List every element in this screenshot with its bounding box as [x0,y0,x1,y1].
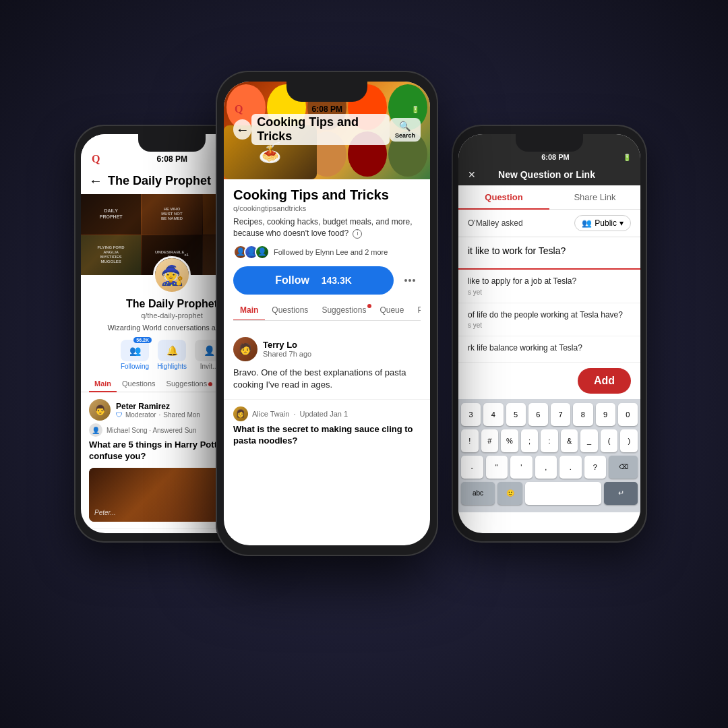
key-perc[interactable]: % [501,429,518,452]
tab-questions-left[interactable]: Questions [117,375,161,392]
follower-avatars: 👤 👤 👤 [233,245,270,260]
key-8[interactable]: 8 [573,403,593,426]
search-button-center[interactable]: 🔍 Search [390,118,421,142]
key-colon[interactable]: : [541,429,558,452]
alice-question[interactable]: What is the secret to making sauce cling… [233,424,421,447]
key-3[interactable]: 3 [461,403,481,426]
question-input[interactable]: it like to work for Tesla? [458,237,640,270]
time-center: 6:08 PM [312,104,342,114]
more-options-button[interactable] [399,274,421,287]
space-key[interactable] [525,482,601,505]
close-button-right[interactable]: ✕ [468,169,476,180]
key-6[interactable]: 6 [528,403,548,426]
key-semi[interactable]: ; [521,429,539,452]
people-icon: 👥 [582,218,592,228]
highlights-label: Highlights [157,363,187,370]
follow-label: Follow [275,274,309,286]
tab-question-right[interactable]: Question [458,185,549,209]
phone-center: Q 6:08 PM 🔋 [216,71,438,556]
tab-suggestions-center[interactable]: Suggestions [315,300,373,320]
dot-2 [408,279,411,282]
tab-queue-center[interactable]: Queue [373,300,411,320]
nq-asked-row: O'Malley asked 👥 Public ▾ [458,210,640,237]
following-icon: 👥 56.2K [121,340,149,361]
key-excl[interactable]: ! [461,429,479,452]
tab-suggestions-left[interactable]: Suggestions [161,375,218,392]
add-button[interactable]: Add [578,368,631,394]
suggestion-3[interactable]: rk life balance working at Tesla? [458,336,640,363]
time-left: 6:08 PM [157,154,187,164]
key-dquote[interactable]: " [486,456,508,479]
key-4[interactable]: 4 [483,403,503,426]
key-dash[interactable]: - [461,456,483,479]
tab-people-center[interactable]: People [411,300,421,320]
key-hash[interactable]: # [481,429,499,452]
key-question[interactable]: ? [584,456,607,479]
return-key[interactable]: ↵ [604,482,638,505]
ct-tabs: Main Questions Suggestions Queue People … [233,300,421,321]
dot-separator: · [159,411,161,419]
nq-suggestions-list: like to apply for a job at Tesla? s yet … [458,270,640,363]
nq-tabs: Question Share Link [458,185,640,210]
suggestion-3-text: rk life balance working at Tesla? [468,343,631,354]
key-squote[interactable]: ' [510,456,533,479]
back-button-center[interactable]: ← [233,119,251,140]
suggestions-tab-dot [367,304,371,308]
key-amp[interactable]: & [561,429,578,452]
nq-header: ✕ New Question or Link [458,164,640,185]
key-rparen[interactable]: ) [620,429,638,452]
info-icon[interactable]: i [353,229,362,239]
ct-post1-header: 🧑 Terry Lo Shared 7h ago [233,337,421,361]
peter-avatar: 👨 [89,399,111,421]
emoji-key[interactable]: 🙂 [497,482,522,505]
audience-selector[interactable]: 👥 Public ▾ [574,215,631,231]
following-emoji: 👥 [129,345,141,356]
following-button[interactable]: 👥 56.2K Following [121,340,149,370]
suggestion-2[interactable]: of life do the people working at Tesla h… [458,303,640,337]
highlights-button[interactable]: 🔔 Highlights [157,340,187,370]
key-comma[interactable]: , [535,456,557,479]
michael-avatar: 👤 [89,423,102,437]
alice-updated: Updated Jan 1 [300,410,348,418]
back-icon-center: ← [236,122,249,138]
key-5[interactable]: 5 [506,403,526,426]
dp-avatar: 🧙 [153,256,191,294]
alice-name: Alice Twain [252,410,289,418]
tab-main-center[interactable]: Main [233,300,265,320]
key-lparen[interactable]: ( [601,429,618,452]
tab-main-left[interactable]: Main [89,375,117,392]
keyboard: 3 4 5 6 7 8 9 0 ! # % ; : & _ [458,399,640,512]
audience-label: Public [595,218,617,228]
terry-meta: Terry Lo Shared 7h ago [263,340,311,358]
abc-key[interactable]: abc [461,482,495,505]
ct-content: Cooking Tips and Tricks q/cookingtipsand… [224,179,430,329]
key-row-4: abc 🙂 ↵ [461,482,638,505]
tab-share-link-right[interactable]: Share Link [549,185,640,209]
ct-follow-row: Follow 143.3K [233,266,421,295]
michael-name: Michael Song [107,427,148,434]
key-7[interactable]: 7 [551,403,570,426]
dp-avatar-face: 🧙 [155,258,189,292]
back-button-left[interactable]: ← [89,173,102,189]
key-row-3: - " ' , . ? ⌫ [461,456,638,479]
backspace-key[interactable]: ⌫ [609,456,638,479]
key-0[interactable]: 0 [618,403,638,426]
suggestion-1[interactable]: like to apply for a job at Tesla? s yet [458,270,640,303]
chevron-down-icon: ▾ [619,218,624,228]
follow-button[interactable]: Follow 143.3K [233,266,394,295]
alice-avatar: 👩 [233,406,248,421]
time-right: 6:08 PM [541,153,570,161]
quora-logo-left: Q [92,153,100,165]
terry-time: Shared 7h ago [263,350,311,358]
terry-post-text: Bravo. One of the best explanations of p… [233,367,421,391]
key-period[interactable]: . [559,456,582,479]
dp-title: The Daily Prophet [108,174,211,188]
key-under[interactable]: _ [580,429,598,452]
following-label: Following [121,363,149,370]
status-icons-center: 🔋 [411,106,419,113]
key-9[interactable]: 9 [596,403,615,426]
tab-questions-center[interactable]: Questions [265,300,315,320]
suggestion-1-text: like to apply for a job at Tesla? [468,276,631,287]
dp-thumb-text: Peter... [94,509,116,516]
bell-icon: 🔔 [166,345,178,356]
